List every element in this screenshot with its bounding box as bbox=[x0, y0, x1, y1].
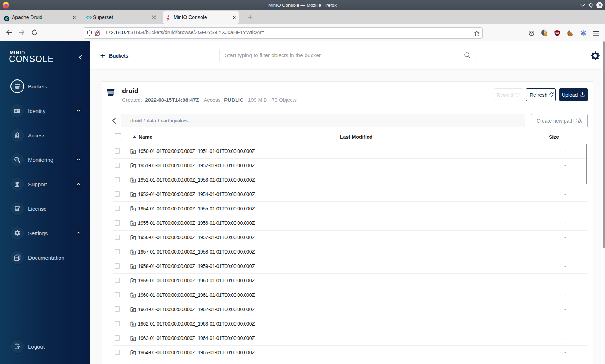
svg-text:UO: UO bbox=[555, 32, 559, 34]
